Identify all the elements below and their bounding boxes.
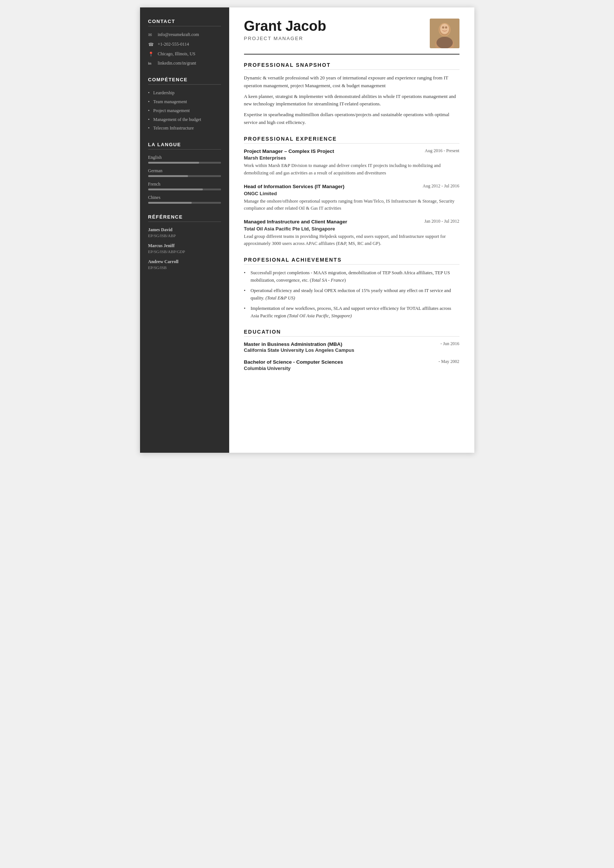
achievement-text-1: Successfull project completions - MAAS m… bbox=[251, 270, 450, 283]
exp-company-3: Total Oil Asia Pacific Pte Ltd, Singapor… bbox=[244, 226, 460, 232]
edu-item-2: Bachelor of Science - Computer Sciences … bbox=[244, 359, 460, 371]
experience-section: PROFESSIONAL EXPERIENCE Project Manager … bbox=[244, 136, 460, 248]
edu-school-1: California State University Los Angeles … bbox=[244, 347, 354, 353]
exp-desc-1: Work within Marsh E&P Division to manage… bbox=[244, 162, 460, 177]
langue-german-label: German bbox=[148, 168, 221, 174]
exp-header-1: Project Manager – Complex IS Project Aug… bbox=[244, 148, 460, 155]
reference-james-sub: EP/SG/ISB/ABP bbox=[148, 233, 221, 238]
exp-company-2: ONGC Limited bbox=[244, 191, 460, 196]
achievement-item-1: Successfull project completions - MAAS m… bbox=[244, 269, 460, 284]
langue-german: German bbox=[148, 168, 221, 177]
resume-container: CONTACT ✉ info@resumekraft.com ☎ +1-202-… bbox=[140, 8, 474, 453]
langue-german-bar-bg bbox=[148, 175, 221, 177]
contact-phone: ☎ +1-202-555-0114 bbox=[148, 41, 221, 48]
reference-andrew-sub: EP/SG/ISB bbox=[148, 265, 221, 270]
edu-date-1: - Jun 2016 bbox=[440, 341, 460, 347]
langue-english-label: English bbox=[148, 155, 221, 160]
svg-point-4 bbox=[440, 24, 449, 34]
edu-school-2: Columbia University bbox=[244, 366, 343, 371]
reference-title: RÉFÉRENCE bbox=[148, 214, 221, 222]
langue-french-bar-bg bbox=[148, 189, 221, 191]
experience-title: PROFESSIONAL EXPERIENCE bbox=[244, 136, 460, 144]
edu-left-1: Master in Business Administration (MBA) … bbox=[244, 341, 354, 353]
achievement-text-2: Operational efficiency and steady local … bbox=[251, 288, 451, 301]
svg-point-7 bbox=[437, 37, 453, 48]
reference-marcus: Marcus Jeniff EP/SG/ISB/ABP/GDP bbox=[148, 243, 221, 254]
competence-title: COMPÉTENCE bbox=[148, 77, 221, 85]
reference-andrew: Andrew Carroll EP/SG/ISB bbox=[148, 259, 221, 270]
reference-marcus-name: Marcus Jeniff bbox=[148, 243, 221, 249]
education-title: EDUCATION bbox=[244, 329, 460, 336]
contact-linkedin: in linkedin.com/in/grant bbox=[148, 60, 221, 67]
contact-location: 📍 Chicago, Illinois, US bbox=[148, 51, 221, 57]
phone-icon: ☎ bbox=[148, 42, 155, 48]
achievements-section: PROFESIONAL ACHIEVEMENTS Successfull pro… bbox=[244, 257, 460, 319]
competence-item: Project management bbox=[148, 108, 221, 114]
snapshot-para-3: Expertise in spearheading multimillion d… bbox=[244, 111, 460, 127]
langue-chines-bar-fill bbox=[148, 202, 192, 204]
exp-dates-2: Aug 2012 - Jul 2016 bbox=[423, 183, 460, 189]
candidate-name: Grant Jacob bbox=[244, 19, 326, 34]
contact-location-text: Chicago, Illinois, US bbox=[158, 51, 195, 57]
exp-desc-2: Manage the onshore/offshore operational … bbox=[244, 198, 460, 212]
langue-title: LA LANGUE bbox=[148, 142, 221, 150]
reference-andrew-name: Andrew Carroll bbox=[148, 259, 221, 265]
contact-phone-text: +1-202-555-0114 bbox=[158, 41, 189, 48]
langue-english-bar-fill bbox=[148, 162, 199, 164]
contact-email-text: info@resumekraft.com bbox=[158, 31, 199, 38]
exp-company-1: Marsh Enterprises bbox=[244, 155, 460, 161]
exp-role-1: Project Manager – Complex IS Project bbox=[244, 148, 334, 155]
edu-date-2: - May 2002 bbox=[439, 359, 460, 364]
edu-degree-2: Bachelor of Science - Computer Sciences bbox=[244, 359, 343, 366]
langue-french-bar-fill bbox=[148, 189, 203, 191]
reference-james-name: James David bbox=[148, 227, 221, 232]
achievements-title: PROFESIONAL ACHIEVEMENTS bbox=[244, 257, 460, 265]
competence-section: COMPÉTENCE Leardership Team management P… bbox=[148, 77, 221, 131]
snapshot-title: PROFESSIONAL SNAPSHOT bbox=[244, 62, 460, 70]
competence-item: Management of the budget bbox=[148, 116, 221, 123]
competence-item: Team management bbox=[148, 99, 221, 105]
langue-chines-label: Chines bbox=[148, 195, 221, 200]
edu-left-2: Bachelor of Science - Computer Sciences … bbox=[244, 359, 343, 371]
svg-point-5 bbox=[442, 26, 444, 29]
main-header: Grant Jacob PROJECT MANAGER bbox=[244, 19, 460, 54]
langue-section: LA LANGUE English German French bbox=[148, 142, 221, 204]
exp-dates-1: Aug 2016 - Present bbox=[425, 148, 460, 153]
exp-desc-3: Lead group different teams in providing … bbox=[244, 233, 460, 248]
langue-english-bar-bg bbox=[148, 162, 221, 164]
competence-item: Telecom Infrastructure bbox=[148, 125, 221, 131]
edu-item-1: Master in Business Administration (MBA) … bbox=[244, 341, 460, 353]
exp-item-2: Head of Information Services (IT Manager… bbox=[244, 183, 460, 212]
achievements-list: Successfull project completions - MAAS m… bbox=[244, 269, 460, 319]
exp-dates-3: Jan 2010 - Jul 2012 bbox=[424, 219, 460, 224]
achievement-item-3: Implementation of new workflows, process… bbox=[244, 305, 460, 319]
exp-item-3: Managed Infrastructure and Client Manage… bbox=[244, 219, 460, 247]
exp-item-1: Project Manager – Complex IS Project Aug… bbox=[244, 148, 460, 177]
photo-placeholder bbox=[430, 19, 460, 48]
location-icon: 📍 bbox=[148, 51, 155, 57]
candidate-title: PROJECT MANAGER bbox=[244, 36, 326, 41]
linkedin-icon: in bbox=[148, 60, 155, 66]
edu-degree-1: Master in Business Administration (MBA) bbox=[244, 341, 354, 348]
achievement-text-3: Implementation of new workflows, process… bbox=[251, 306, 451, 318]
langue-english: English bbox=[148, 155, 221, 164]
sidebar: CONTACT ✉ info@resumekraft.com ☎ +1-202-… bbox=[140, 8, 229, 453]
exp-role-3: Managed Infrastructure and Client Manage… bbox=[244, 219, 347, 225]
contact-email: ✉ info@resumekraft.com bbox=[148, 31, 221, 38]
snapshot-para-2: A keen planner, strategist & implementer… bbox=[244, 93, 460, 108]
reference-marcus-sub: EP/SG/ISB/ABP/GDP bbox=[148, 250, 221, 254]
reference-section: RÉFÉRENCE James David EP/SG/ISB/ABP Marc… bbox=[148, 214, 221, 270]
exp-header-2: Head of Information Services (IT Manager… bbox=[244, 183, 460, 190]
exp-header-3: Managed Infrastructure and Client Manage… bbox=[244, 219, 460, 225]
main-content: Grant Jacob PROJECT MANAGER bbox=[229, 8, 474, 453]
langue-german-bar-fill bbox=[148, 175, 188, 177]
langue-chines: Chines bbox=[148, 195, 221, 204]
competence-item: Leardership bbox=[148, 90, 221, 96]
langue-french-label: French bbox=[148, 181, 221, 187]
education-section: EDUCATION Master in Business Administrat… bbox=[244, 329, 460, 371]
exp-role-2: Head of Information Services (IT Manager… bbox=[244, 183, 345, 190]
contact-section: CONTACT ✉ info@resumekraft.com ☎ +1-202-… bbox=[148, 19, 221, 67]
contact-title: CONTACT bbox=[148, 19, 221, 26]
snapshot-section: PROFESSIONAL SNAPSHOT Dynamic & versatil… bbox=[244, 62, 460, 127]
snapshot-para-1: Dynamic & versatile professional with 20… bbox=[244, 74, 460, 90]
